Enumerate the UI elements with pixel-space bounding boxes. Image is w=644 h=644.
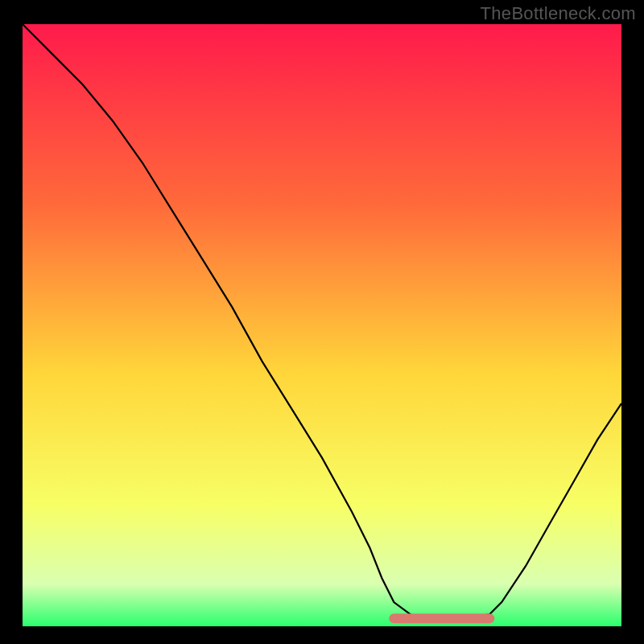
bottleneck-chart: [23, 24, 621, 626]
plot-area: [23, 24, 621, 626]
chart-frame: TheBottleneck.com: [0, 0, 644, 644]
attribution-label: TheBottleneck.com: [481, 3, 636, 24]
gradient-background: [23, 24, 621, 626]
